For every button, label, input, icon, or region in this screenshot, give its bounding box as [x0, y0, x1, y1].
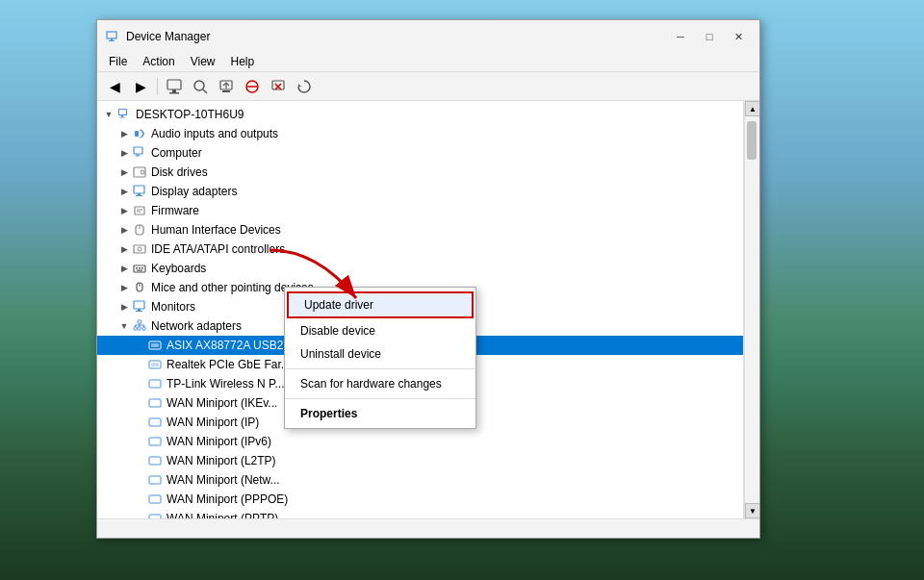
expand-disk[interactable]: ▶: [116, 164, 132, 180]
scroll-down-button[interactable]: ▼: [745, 503, 759, 518]
wan-l2tp-icon: [147, 453, 163, 468]
svg-rect-25: [134, 167, 145, 177]
toolbar-separator-1: [157, 78, 158, 95]
context-uninstall-device[interactable]: Uninstall device: [285, 342, 475, 366]
svg-rect-22: [134, 147, 142, 154]
properties-button[interactable]: [163, 76, 186, 97]
context-properties[interactable]: Properties: [285, 402, 475, 425]
expand-asix[interactable]: [132, 338, 147, 353]
svg-rect-20: [120, 117, 125, 118]
svg-rect-57: [151, 343, 159, 347]
tree-item-wan-netw[interactable]: WAN Miniport (Netw...: [97, 470, 743, 490]
uninstall-button[interactable]: [267, 76, 290, 97]
svg-rect-63: [149, 438, 161, 445]
expand-root[interactable]: ▼: [101, 107, 116, 122]
menu-help[interactable]: Help: [225, 53, 261, 70]
tree-item-wan-l2tp[interactable]: WAN Miniport (L2TP): [97, 451, 743, 470]
context-update-driver[interactable]: Update driver: [287, 291, 474, 318]
tree-item-wan-pptp[interactable]: WAN Miniport (PPTP): [97, 509, 743, 518]
window-title: Device Manager: [126, 30, 667, 43]
menu-action[interactable]: Action: [137, 53, 180, 70]
title-bar: Device Manager ─ □ ✕: [97, 20, 759, 51]
svg-rect-62: [149, 418, 161, 426]
tree-item-computer[interactable]: ▶ Computer: [97, 143, 743, 163]
tree-item-hid[interactable]: ▶ Human Interface Devices: [97, 220, 743, 240]
properties-label: Properties: [300, 407, 357, 420]
scan-button[interactable]: [189, 76, 212, 97]
svg-rect-42: [137, 270, 142, 271]
svg-rect-49: [134, 327, 137, 330]
computer-icon: [116, 107, 132, 122]
expand-monitors[interactable]: ▶: [116, 299, 132, 315]
tree-item-wan-ipv6[interactable]: WAN Miniport (IPv6): [97, 432, 743, 451]
expand-wan-ikev[interactable]: [132, 395, 147, 411]
expand-wan-ip[interactable]: [132, 415, 147, 430]
tree-item-wan-pppoe[interactable]: WAN Miniport (PPPOE): [97, 490, 743, 509]
expand-keyboards[interactable]: ▶: [116, 261, 132, 276]
disk-label: Disk drives: [151, 165, 208, 179]
wan-netw-label: WAN Miniport (Netw...: [167, 473, 280, 487]
close-button[interactable]: ✕: [725, 27, 752, 46]
expand-computer[interactable]: ▶: [116, 145, 132, 161]
expand-firmware[interactable]: ▶: [116, 203, 132, 218]
tree-item-audio[interactable]: ▶ Audio inputs and outputs: [97, 124, 743, 143]
expand-ide[interactable]: ▶: [116, 241, 132, 257]
scroll-track[interactable]: [745, 116, 759, 503]
minimize-button[interactable]: ─: [667, 27, 694, 46]
display-icon: [132, 184, 147, 199]
svg-rect-50: [138, 327, 141, 330]
expand-mice[interactable]: ▶: [116, 280, 132, 295]
tree-item-keyboards[interactable]: ▶ Keyboards: [97, 259, 743, 278]
svg-rect-1: [111, 38, 113, 40]
computer-label: Computer: [151, 146, 202, 160]
tree-item-disk[interactable]: ▶ Disk drives: [97, 163, 743, 182]
expand-audio[interactable]: ▶: [116, 126, 132, 141]
expand-wan-netw[interactable]: [132, 472, 147, 488]
svg-rect-24: [136, 156, 141, 157]
scan-hardware-label: Scan for hardware changes: [300, 377, 442, 391]
back-button[interactable]: ◀: [103, 76, 126, 97]
svg-rect-18: [119, 110, 126, 114]
refresh-button[interactable]: [293, 76, 316, 97]
scrollbar[interactable]: ▲ ▼: [744, 101, 759, 518]
ide-icon: [132, 241, 147, 257]
svg-rect-59: [151, 363, 159, 366]
scroll-up-button[interactable]: ▲: [745, 101, 759, 116]
svg-rect-0: [107, 32, 116, 38]
context-scan-hardware[interactable]: Scan for hardware changes: [285, 372, 475, 395]
tree-item-display[interactable]: ▶ Display adapters: [97, 182, 743, 201]
context-disable-device[interactable]: Disable device: [285, 319, 475, 342]
hid-label: Human Interface Devices: [151, 223, 281, 237]
menu-file[interactable]: File: [103, 53, 133, 70]
monitors-label: Monitors: [151, 300, 195, 314]
svg-rect-48: [138, 320, 141, 323]
audio-icon: [132, 126, 147, 141]
network-label: Network adapters: [151, 319, 242, 333]
expand-tplink[interactable]: [132, 376, 147, 391]
audio-label: Audio inputs and outputs: [151, 127, 278, 140]
expand-realtek[interactable]: [132, 357, 147, 372]
expand-wan-pptp[interactable]: [132, 511, 147, 518]
network-icon: [132, 318, 147, 334]
expand-display[interactable]: ▶: [116, 184, 132, 199]
forward-button[interactable]: ▶: [129, 76, 152, 97]
tplink-icon: [147, 376, 163, 391]
expand-network[interactable]: ▼: [116, 318, 132, 334]
tree-item-firmware[interactable]: ▶ Firmware: [97, 201, 743, 220]
expand-hid[interactable]: ▶: [116, 222, 132, 238]
maximize-button[interactable]: □: [696, 27, 723, 46]
tree-item-ide[interactable]: ▶ IDE ATA/ATAPI controllers: [97, 240, 743, 259]
expand-wan-pppoe[interactable]: [132, 492, 147, 507]
update-driver-button[interactable]: [215, 76, 238, 97]
svg-rect-30: [136, 195, 142, 196]
window-icon: [105, 29, 120, 44]
svg-marker-16: [298, 84, 301, 87]
tree-root[interactable]: ▼ DESKTOP-10TH6U9: [97, 105, 743, 124]
expand-wan-l2tp[interactable]: [132, 453, 147, 468]
svg-rect-47: [136, 311, 142, 312]
scroll-thumb[interactable]: [747, 121, 757, 160]
expand-wan-ipv6[interactable]: [132, 434, 147, 449]
hid-icon: [132, 222, 147, 238]
disable-button[interactable]: [241, 76, 264, 97]
menu-view[interactable]: View: [185, 53, 221, 70]
